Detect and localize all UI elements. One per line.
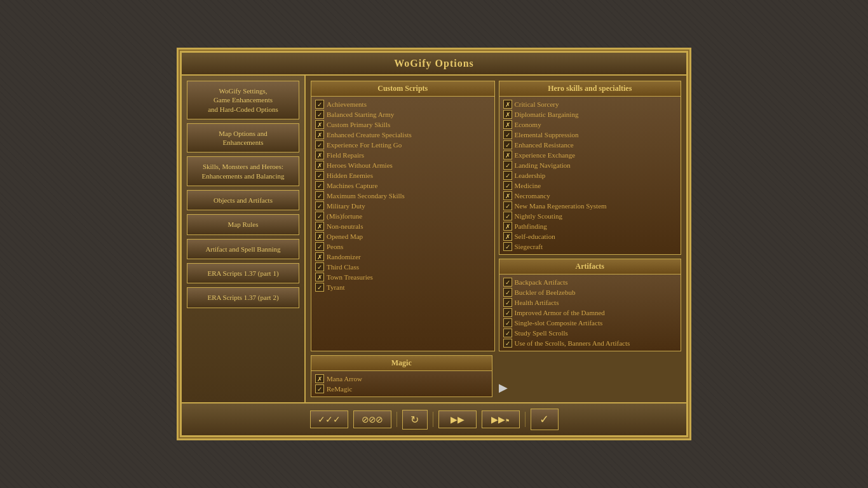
check-item[interactable]: Leadership: [503, 170, 677, 180]
sidebar-btn-artifact-banning[interactable]: Artifact and Spell Banning: [187, 239, 299, 259]
magic-header: Magic: [311, 356, 492, 371]
check-item-label: ReMagic: [327, 385, 352, 393]
check-item-label: Third Class: [327, 263, 359, 271]
sidebar-btn-skills-monsters[interactable]: Skills, Monsters and Heroes: Enhancement…: [187, 156, 299, 186]
check-item[interactable]: Opened Map: [315, 231, 491, 241]
check-item[interactable]: Health Artifacts: [503, 297, 677, 308]
check-item[interactable]: Enhanced Creature Specialists: [315, 130, 491, 140]
check-item-label: Balanced Starting Army: [327, 111, 394, 118]
check-item[interactable]: Achievements: [315, 99, 491, 109]
check-item-label: Opened Map: [327, 233, 363, 240]
check-item[interactable]: Custom Primary Skills: [315, 119, 491, 130]
right-panels: Hero skills and specialties Critical Sor…: [499, 81, 682, 351]
sidebar-btn-objects-artifacts[interactable]: Objects and Artifacts: [187, 190, 299, 210]
check-item-label: Tyrant: [327, 283, 345, 291]
check-item-label: Leadership: [515, 172, 546, 179]
check-item-label: Critical Sorcery: [515, 100, 559, 108]
refresh-button[interactable]: ↻: [402, 410, 428, 430]
check-item-label: Military Duty: [327, 202, 365, 210]
check-item-label: Buckler of Beelzebub: [515, 288, 576, 296]
import-button[interactable]: ▶▶⚑: [482, 410, 520, 428]
check-item[interactable]: Pathfinding: [503, 221, 677, 231]
check-item[interactable]: Backpack Artifacts: [503, 277, 677, 287]
check-item[interactable]: Non-neutrals: [315, 221, 491, 231]
check-item[interactable]: Necromancy: [503, 191, 677, 201]
check-item-label: Achievements: [327, 100, 367, 108]
check-item-label: Machines Capture: [327, 182, 377, 189]
check-item[interactable]: Randomizer: [315, 252, 491, 262]
magic-items: Mana ArrowReMagic: [311, 371, 492, 396]
check-item[interactable]: Enhanced Resistance: [503, 140, 677, 150]
main-window: WoGify Options WoGify Settings, Game Enh…: [180, 51, 688, 437]
ok-button[interactable]: ✓: [531, 409, 559, 430]
check-item[interactable]: Elemental Suppression: [503, 130, 677, 140]
check-item-label: Pathfinding: [515, 222, 547, 230]
check-item-label: Backpack Artifacts: [515, 278, 568, 286]
check-item[interactable]: Maximum Secondary Skills: [315, 191, 491, 201]
check-all-button[interactable]: ✓✓✓: [310, 410, 348, 428]
check-item[interactable]: Buckler of Beelzebub: [503, 287, 677, 297]
toolbar-sep-2: [433, 412, 433, 427]
check-item[interactable]: Third Class: [315, 262, 491, 272]
check-item-label: Town Treasuries: [327, 273, 373, 281]
hero-skills-panel: Hero skills and specialties Critical Sor…: [499, 81, 682, 255]
toolbar-sep-1: [397, 412, 397, 427]
check-item[interactable]: Critical Sorcery: [503, 99, 677, 109]
check-item[interactable]: Machines Capture: [315, 180, 491, 191]
custom-scripts-items: AchievementsBalanced Starting ArmyCustom…: [311, 97, 494, 295]
check-item[interactable]: Peons: [315, 241, 491, 252]
check-item-label: Single-slot Composite Artifacts: [515, 319, 603, 327]
check-item[interactable]: (Mis)fortune: [315, 211, 491, 221]
check-item[interactable]: Self-education: [503, 231, 677, 241]
sidebar: WoGify Settings, Game Enhancements and H…: [182, 76, 306, 402]
check-item-label: Non-neutrals: [327, 222, 363, 230]
sidebar-btn-map-options[interactable]: Map Options and Enhancements: [187, 123, 299, 153]
check-item[interactable]: Improved Armor of the Damned: [503, 308, 677, 318]
custom-scripts-panel: Custom Scripts AchievementsBalanced Star…: [311, 81, 495, 351]
sidebar-btn-map-rules[interactable]: Map Rules: [187, 214, 299, 234]
check-item[interactable]: Medicine: [503, 180, 677, 191]
check-item-label: Self-education: [515, 233, 555, 240]
check-item-label: Study Spell Scrolls: [515, 329, 568, 337]
check-item[interactable]: Study Spell Scrolls: [503, 328, 677, 338]
check-item-label: Experience For Letting Go: [327, 141, 402, 149]
check-item-label: Experience Exchange: [515, 151, 576, 159]
check-item[interactable]: Mana Arrow: [315, 374, 488, 384]
check-item-label: Health Artifacts: [515, 299, 559, 306]
main-panel: Custom Scripts AchievementsBalanced Star…: [306, 76, 686, 402]
check-item[interactable]: Use of the Scrolls, Banners And Artifact…: [503, 338, 677, 348]
check-item-label: Siegecraft: [515, 243, 543, 250]
artifacts-panel: Artifacts Backpack ArtifactsBuckler of B…: [499, 259, 682, 351]
check-item-label: Field Repairs: [327, 151, 364, 159]
check-item[interactable]: Nightly Scouting: [503, 211, 677, 221]
check-item-label: Randomizer: [327, 253, 361, 261]
sidebar-btn-settings[interactable]: WoGify Settings, Game Enhancements and H…: [187, 81, 299, 119]
check-item-label: Custom Primary Skills: [327, 121, 390, 128]
check-item-label: (Mis)fortune: [327, 212, 362, 220]
check-item[interactable]: Single-slot Composite Artifacts: [503, 318, 677, 328]
check-item[interactable]: Tyrant: [315, 282, 491, 292]
export-button[interactable]: ▶▶: [438, 410, 477, 428]
check-item[interactable]: Hidden Enemies: [315, 170, 491, 180]
uncheck-all-button[interactable]: ⊘⊘⊘: [353, 410, 391, 428]
check-item-label: Landing Navigation: [515, 161, 571, 169]
check-item[interactable]: Experience For Letting Go: [315, 140, 491, 150]
check-item[interactable]: Field Repairs: [315, 150, 491, 160]
check-item[interactable]: Diplomatic Bargaining: [503, 109, 677, 119]
check-item[interactable]: Heroes Without Armies: [315, 160, 491, 170]
sidebar-btn-era-scripts-1[interactable]: ERA Scripts 1.37 (part 1): [187, 263, 299, 283]
check-item[interactable]: Balanced Starting Army: [315, 109, 491, 119]
check-item-label: Mana Arrow: [327, 375, 362, 383]
check-item[interactable]: ReMagic: [315, 384, 488, 394]
artifacts-header: Artifacts: [499, 259, 681, 274]
sidebar-btn-era-scripts-2[interactable]: ERA Scripts 1.37 (part 2): [187, 287, 299, 308]
check-item[interactable]: Siegecraft: [503, 241, 677, 252]
check-item-label: Maximum Secondary Skills: [327, 192, 405, 200]
check-item[interactable]: Experience Exchange: [503, 150, 677, 160]
check-item[interactable]: Military Duty: [315, 201, 491, 211]
check-item[interactable]: New Mana Regeneration System: [503, 201, 677, 211]
check-item[interactable]: Economy: [503, 119, 677, 130]
check-item[interactable]: Town Treasuries: [315, 272, 491, 282]
check-item[interactable]: Landing Navigation: [503, 160, 677, 170]
toolbar-sep-3: [525, 412, 526, 427]
